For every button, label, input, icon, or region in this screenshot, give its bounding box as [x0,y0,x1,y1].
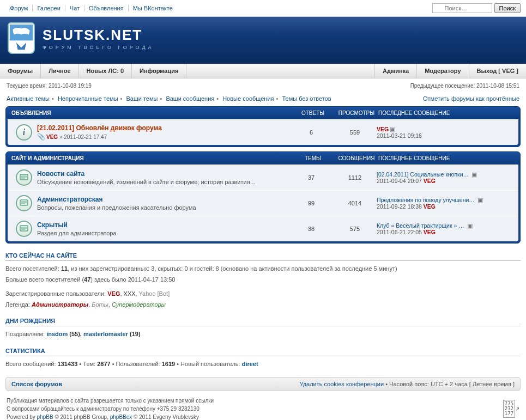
lastpost-user[interactable]: VEG [424,229,436,235]
announcement-replies: 6 [289,129,333,136]
goto-post-icon[interactable]: ▣ [471,171,477,178]
current-time: Текущее время: 2011-10-08 19:19 [7,83,92,89]
col-views: ПРОСМОТРЫ [335,110,378,116]
visitors-total: 11 [61,265,68,272]
birthdays: ДНИ РОЖДЕНИЯ Поздравляем: insdom (55), m… [5,318,521,339]
search-button[interactable]: Поиск [494,3,521,13]
lastpost-title[interactable]: Клуб « Весёлый трактирщик » … [377,222,464,229]
link-unanswered[interactable]: Темы без ответов [282,95,331,102]
statistics: СТАТИСТИКА Всего сообщений: 131433 • Тем… [5,348,521,369]
forum-icon [13,168,35,187]
forum-row: АдминистраторскаяВопросы, пожелания и пр… [8,190,518,216]
announcement-title[interactable]: [21.02.2011] Обновлён движок форума [37,124,162,132]
goto-post-icon[interactable]: ▣ [467,222,473,229]
site-title: SLUTSK.NET [43,27,154,44]
nav-moderator[interactable]: Модератору [416,64,468,78]
search-input[interactable] [432,3,492,13]
link-unread[interactable]: Непрочитанные темы [58,95,118,102]
forum-desc: Обсуждение нововведений, изменений в сай… [37,179,289,185]
footer-bar: Список форумов Удалить cookies конференц… [5,377,521,391]
forum-topics: 99 [289,200,333,206]
lastpost-user[interactable]: VEG [424,203,436,210]
link-your-posts[interactable]: Ваши сообщения [166,95,214,102]
nav-forums[interactable]: Форумы [0,64,41,78]
main-nav: Форумы Личное Новых ЛС: 0 Информация Адм… [0,64,526,78]
forum-desc: Раздел для администратора [37,230,289,236]
phpbb-link[interactable]: phpBB [37,414,53,420]
announcement-icon [13,123,35,142]
site-logo-icon[interactable] [8,22,35,54]
forum-row: СкрытыйРаздел для администратора 38 575 … [8,216,518,241]
lastpost-title[interactable]: [02.04.2011] Социальные кнопки… [377,171,469,178]
lastpost-user[interactable]: VEG [424,178,436,184]
nav-logout[interactable]: Выход [ VEG ] [469,64,526,78]
forum-posts: 1112 [333,174,377,181]
col-category[interactable]: САЙТ И АДМИНИСТРАЦИЯ [11,155,291,161]
section-heading: ДНИ РОЖДЕНИЯ [5,318,521,326]
lastpost-user[interactable]: VEG [377,126,389,132]
birthday-user[interactable]: insdom [46,331,68,337]
last-visit: Предыдущее посещение: 2011-10-08 15:51 [410,83,519,89]
birthday-user[interactable]: masterlomaster [83,331,128,337]
nav-admin[interactable]: Админка [374,64,416,78]
online-user-admin[interactable]: VEG [107,290,120,297]
counter-arrow-icon: ↗ [515,405,519,413]
link-active-topics[interactable]: Активные темы [7,95,50,102]
top-nav: Форум Галереи Чат Объявления Мы ВКонтакт… [5,5,432,11]
online-user[interactable]: XXX [124,290,136,297]
legend-admins[interactable]: Администраторы [32,301,88,308]
nav-personal[interactable]: Личное [41,64,78,78]
section-heading: СТАТИСТИКА [5,348,521,356]
phpbbex-link[interactable]: phpBBex [110,414,132,420]
legend-bots: Боты [92,301,108,308]
announcement-author[interactable]: VEG [46,134,58,140]
forum-index-link[interactable]: Список форумов [11,381,62,387]
announcement-views: 559 [333,129,377,136]
forum-title[interactable]: Новости сайта [37,170,84,178]
credits-text: Публикация материалов с сайта разрешаетс… [7,397,214,420]
whos-online: КТО СЕЙЧАС НА САЙТЕ Всего посетителей: 1… [5,252,521,309]
forum-title[interactable]: Администраторская [37,196,102,203]
stat-topics: 2877 [97,361,110,367]
announcement-date: » 2011-02-21 17:47 [59,134,107,140]
announcement-row: [21.02.2011] Обновлён движок форума 📎VEG… [8,119,518,145]
visitors-record: 47 [84,276,90,283]
link-new-posts[interactable]: Новые сообщения [222,95,274,102]
link-your-topics[interactable]: Ваши темы [126,95,158,102]
topnav-classifieds[interactable]: Объявления [84,5,129,11]
forum-posts: 575 [333,226,377,232]
link-mark-read[interactable]: Отметить форумы как прочтённые [423,95,519,102]
col-announcements: ОБЪЯВЛЕНИЯ [11,110,291,116]
timezone: • Часовой пояс: UTC + 2 часа [ Летнее вр… [384,381,515,387]
nav-pm[interactable]: Новых ЛС: 0 [79,64,132,78]
legend-supermods[interactable]: Супермодераторы [112,301,166,308]
lastpost-date: 2011-09-22 18:38 [377,203,422,210]
topnav-galleries[interactable]: Галереи [33,5,65,11]
forum-desc: Вопросы, пожелания и предложения касател… [37,204,289,211]
col-posts: СООБЩЕНИЯ [335,155,378,161]
quick-links: Активные темы• Непрочитанные темы• Ваши … [7,95,331,102]
category-panel: САЙТ И АДМИНИСТРАЦИЯ ТЕМЫ СООБЩЕНИЯ ПОСЛ… [5,151,521,244]
delete-cookies-link[interactable]: Удалить cookies конференции [300,381,384,387]
lastpost-title[interactable]: Предложения по поводу улучшени… [377,197,475,203]
forum-topics: 38 [289,226,333,232]
topnav-vk[interactable]: Мы ВКонтакте [129,5,177,11]
goto-post-icon[interactable]: ▣ [390,126,395,132]
topnav-chat[interactable]: Чат [65,5,84,11]
col-lastpost: ПОСЛЕДНЕЕ СООБЩЕНИЕ [378,110,515,116]
newest-user[interactable]: direet [242,361,258,367]
lastpost-date: 2011-06-21 22:05 [377,229,422,235]
nav-info[interactable]: Информация [132,64,186,78]
col-replies: ОТВЕТЫ [291,110,335,116]
forum-icon [13,220,35,238]
announcements-panel: ОБЪЯВЛЕНИЯ ОТВЕТЫ ПРОСМОТРЫ ПОСЛЕДНЕЕ СО… [5,106,521,147]
stat-users: 1619 [162,361,175,367]
col-lastpost: ПОСЛЕДНЕЕ СООБЩЕНИЕ [378,155,515,161]
hit-counter[interactable]: 775 232 177 [503,400,515,418]
topnav-forum[interactable]: Форум [5,5,33,11]
forum-title[interactable]: Скрытый [37,221,68,229]
section-heading: КТО СЕЙЧАС НА САЙТЕ [5,252,521,261]
forum-icon [13,194,35,212]
col-topics: ТЕМЫ [291,155,335,161]
goto-post-icon[interactable]: ▣ [477,197,483,203]
